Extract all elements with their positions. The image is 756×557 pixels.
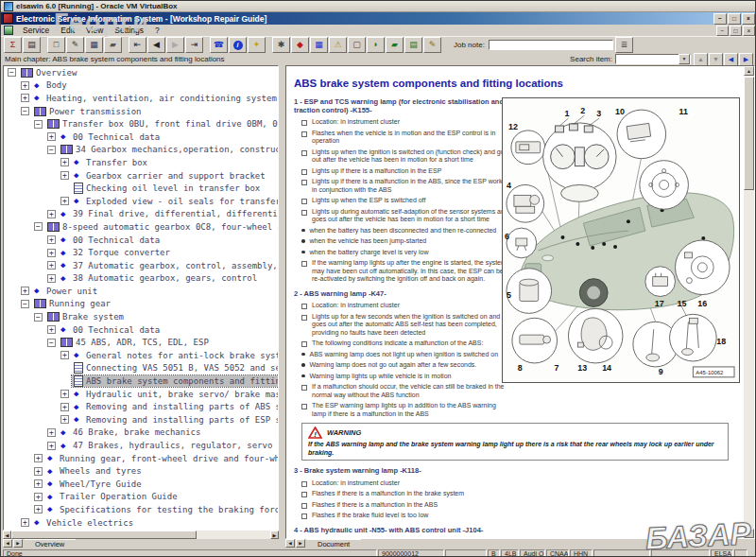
tree-item[interactable]: +◆Removing and installing parts of ESP s… bbox=[4, 413, 278, 426]
expand-icon[interactable]: + bbox=[47, 442, 56, 450]
mdi-window-restore-icon[interactable]: □ bbox=[730, 26, 742, 36]
tree-item[interactable]: +◆Specifications for testing the braking… bbox=[4, 503, 278, 516]
tree-item[interactable]: −34 Gearbox mechanics,operation, constru… bbox=[4, 144, 278, 157]
notepad-button[interactable]: ✎ bbox=[423, 37, 441, 53]
manual-button[interactable]: ◗ bbox=[367, 37, 385, 53]
expand-icon[interactable]: + bbox=[60, 415, 69, 424]
expand-icon[interactable]: + bbox=[60, 197, 69, 205]
tree-item[interactable]: +◆Trailer Operation Guide bbox=[4, 491, 278, 504]
search-last-button[interactable]: ▶ bbox=[739, 53, 753, 66]
expand-icon[interactable]: + bbox=[47, 325, 56, 334]
expand-icon[interactable]: + bbox=[60, 403, 69, 411]
scroll-right-icon[interactable]: ▶ bbox=[270, 531, 279, 539]
menu-[interactable]: ? bbox=[149, 26, 165, 35]
expand-icon[interactable]: + bbox=[60, 171, 69, 180]
navigation-tree[interactable]: −Overview+◆Body+◆Heating, ventilation, a… bbox=[3, 65, 279, 531]
tree-item[interactable]: −Brake system bbox=[4, 310, 278, 323]
print-button[interactable]: ▤ bbox=[23, 37, 41, 53]
expand-icon[interactable]: + bbox=[47, 132, 56, 141]
tree-item[interactable]: +◆32 Torque converter bbox=[4, 246, 278, 259]
tree-item[interactable]: +◆Running gear, front-wheel drive and fo… bbox=[4, 452, 278, 465]
documents-button[interactable]: ▤ bbox=[404, 37, 422, 53]
tree-item[interactable]: +◆Wheel/Tyre Guide bbox=[4, 478, 278, 491]
pane-splitter[interactable] bbox=[279, 65, 285, 548]
tree-item[interactable]: Connecting VAS 5051 B, VAS 5052 and sele… bbox=[4, 362, 278, 375]
tree-item[interactable]: +◆38 Automatic gearbox, gears, control bbox=[4, 272, 278, 286]
tree-item[interactable]: −Power transmission bbox=[4, 105, 278, 118]
expand-icon[interactable]: + bbox=[60, 351, 69, 359]
menu-edit[interactable]: Edit bbox=[55, 26, 80, 35]
search-up-button[interactable]: ▲ bbox=[694, 53, 708, 66]
menu-service[interactable]: Service bbox=[17, 26, 55, 35]
expand-icon[interactable]: + bbox=[21, 287, 29, 295]
chevron-down-icon[interactable]: ▼ bbox=[679, 54, 690, 64]
tree-item[interactable]: +◆Heating, ventilation, air conditioning… bbox=[4, 92, 278, 105]
tree-item[interactable]: Checking oil level in transfer box bbox=[4, 182, 278, 195]
scroll-down-icon[interactable]: ▼ bbox=[744, 529, 754, 538]
tree-item[interactable]: +◆Wheels and tyres bbox=[4, 464, 278, 478]
tree-item[interactable]: −Overview bbox=[4, 66, 278, 79]
tree-item[interactable]: +◆Hydraulic unit, brake servo/ brake mas… bbox=[4, 388, 278, 401]
collapse-icon[interactable]: − bbox=[34, 120, 43, 129]
tree-item[interactable]: −Transfer box 0BU, front final drive 0BM… bbox=[4, 117, 278, 131]
tree-item[interactable]: +◆Exploded view - oil seals for transfer… bbox=[4, 195, 278, 208]
expand-icon[interactable]: + bbox=[47, 235, 56, 244]
tools-button[interactable]: ✱ bbox=[272, 37, 290, 53]
mdi-window-close-icon[interactable]: × bbox=[743, 26, 755, 36]
tree-item[interactable]: +◆Body bbox=[4, 79, 278, 93]
info-button[interactable]: i bbox=[229, 37, 247, 53]
menu-settings[interactable]: Settings bbox=[109, 26, 149, 35]
tree-item[interactable]: +◆00 Technical data bbox=[4, 323, 278, 337]
collapse-icon[interactable]: − bbox=[21, 107, 29, 115]
app-titlebar[interactable]: Electronic Service Information System - … bbox=[1, 12, 756, 25]
window-close-icon[interactable]: × bbox=[742, 13, 755, 25]
scroll-up-icon[interactable]: ▲ bbox=[744, 66, 754, 76]
tab-scroll-left-icon[interactable]: ◀ bbox=[285, 539, 295, 548]
tree-item[interactable]: −Running gear bbox=[4, 298, 278, 311]
window-minimize-icon[interactable]: − bbox=[713, 13, 727, 25]
tree-item[interactable]: +◆General notes for anti-lock brake syst… bbox=[4, 349, 278, 362]
tree-item[interactable]: +◆00 Technical data bbox=[4, 131, 278, 144]
expand-icon[interactable]: + bbox=[60, 390, 69, 398]
expand-icon[interactable]: + bbox=[47, 249, 56, 257]
tree-item[interactable]: +◆00 Technical data bbox=[4, 234, 278, 247]
expand-icon[interactable]: + bbox=[21, 81, 29, 90]
tree-item[interactable]: −8-speed automatic gearbox 0C8, four-whe… bbox=[4, 220, 278, 234]
vehicle-button[interactable]: ▰ bbox=[104, 37, 122, 53]
collapse-icon[interactable]: − bbox=[47, 339, 56, 347]
window-button[interactable]: ▦ bbox=[310, 37, 328, 53]
nav-last-button[interactable]: ⇥ bbox=[185, 37, 203, 53]
tree-item[interactable]: +◆Vehicle electrics bbox=[4, 516, 278, 530]
tree-item[interactable]: ABS brake system components and fitting … bbox=[4, 374, 278, 388]
mdi-window-minimize-icon[interactable]: − bbox=[716, 26, 729, 36]
nav-first-button[interactable]: ⇤ bbox=[129, 37, 146, 53]
expand-icon[interactable]: + bbox=[60, 158, 69, 166]
tree-item[interactable]: +◆Power unit bbox=[4, 285, 278, 298]
scroll-left-icon[interactable]: ◀ bbox=[3, 531, 11, 539]
edit-document-button[interactable]: ✎ bbox=[66, 37, 84, 53]
collapse-icon[interactable]: − bbox=[34, 313, 43, 322]
tree-item[interactable]: +◆46 Brake, brake mechanics bbox=[4, 426, 278, 440]
tree-item[interactable]: +◆Transfer box bbox=[4, 156, 278, 169]
tree-item[interactable]: +◆47 Brakes, hydraulics, regulator, serv… bbox=[4, 439, 278, 452]
expand-icon[interactable]: + bbox=[47, 274, 56, 283]
warning-tool-button[interactable]: ⚠ bbox=[329, 37, 347, 53]
scrollbar-thumb[interactable] bbox=[744, 77, 754, 190]
expand-icon[interactable]: + bbox=[34, 505, 43, 513]
collapse-icon[interactable]: − bbox=[34, 222, 43, 231]
collapse-icon[interactable]: − bbox=[8, 68, 16, 77]
expand-icon[interactable]: + bbox=[34, 454, 43, 462]
expand-icon[interactable]: + bbox=[47, 261, 56, 270]
scrollbar-thumb[interactable] bbox=[11, 531, 197, 539]
tab-scroll-right-icon[interactable]: ▶ bbox=[13, 539, 23, 548]
expand-icon[interactable]: + bbox=[34, 493, 43, 501]
search-down-button[interactable]: ▼ bbox=[709, 53, 723, 66]
window-restore-icon[interactable]: □ bbox=[728, 13, 741, 25]
document-vertical-scrollbar[interactable]: ▲ ▼ bbox=[744, 66, 754, 538]
key-button[interactable]: ✦ bbox=[248, 37, 266, 53]
expand-icon[interactable]: + bbox=[34, 467, 43, 476]
hotspot-button[interactable]: ◆ bbox=[291, 37, 309, 53]
tab-scroll-left-icon[interactable]: ◀ bbox=[3, 539, 12, 548]
expand-icon[interactable]: + bbox=[47, 210, 56, 218]
tree-item[interactable]: +◆Removing and installing parts of ABS s… bbox=[4, 400, 278, 413]
